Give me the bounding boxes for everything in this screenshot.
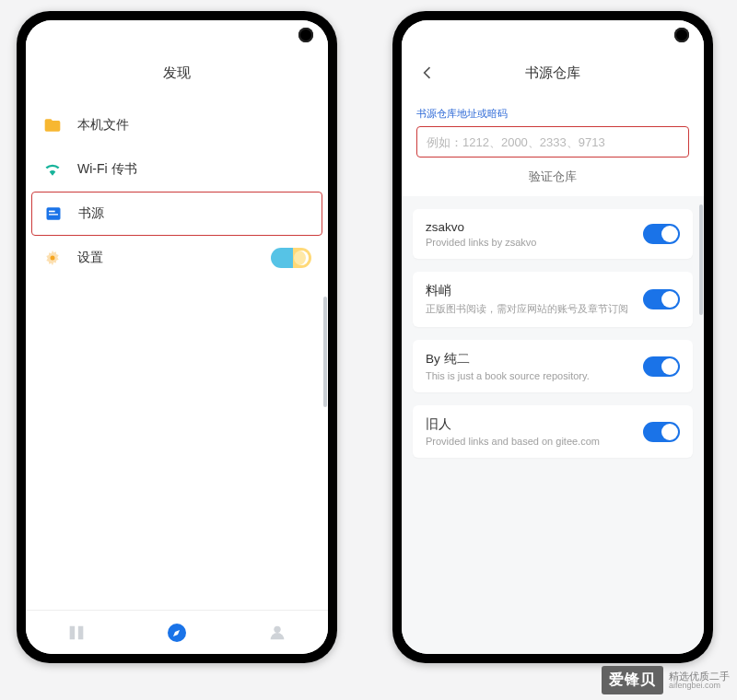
repo-toggle[interactable] <box>643 422 680 442</box>
card-text: 料峭 正版图书阅读，需对应网站的账号及章节订阅 <box>426 283 643 316</box>
phone-right: 书源仓库 书源仓库地址或暗码 验证仓库 zsakvo Provided link… <box>392 11 713 663</box>
repo-input-label: 书源仓库地址或暗码 <box>416 107 689 121</box>
svg-point-5 <box>275 625 281 632</box>
row-label: 设置 <box>77 250 271 266</box>
row-label: 书源 <box>78 205 310 222</box>
chevron-left-icon <box>418 64 437 82</box>
scroll-indicator <box>323 297 327 407</box>
row-label: Wi-Fi 传书 <box>77 161 311 178</box>
screen-right: 书源仓库 书源仓库地址或暗码 验证仓库 zsakvo Provided link… <box>402 20 704 654</box>
phone-left: 发现 本机文件 Wi-Fi 传书 <box>17 11 337 663</box>
card-subtitle: Provided links by zsakvo <box>426 237 643 248</box>
card-text: zsakvo Provided links by zsakvo <box>426 220 643 248</box>
back-button[interactable] <box>413 52 442 94</box>
screen-left: 发现 本机文件 Wi-Fi 传书 <box>26 20 328 654</box>
nav-discover-icon[interactable] <box>165 621 189 645</box>
card-title: By 纯二 <box>426 351 643 368</box>
svg-rect-2 <box>49 214 58 216</box>
title-bar: 发现 <box>26 52 328 94</box>
card-title: 旧人 <box>426 416 643 433</box>
front-camera <box>674 28 689 42</box>
repo-input[interactable] <box>416 126 689 158</box>
watermark-line2: aifengbei.com <box>669 682 730 691</box>
row-book-source[interactable]: 书源 <box>31 192 322 236</box>
bottom-nav <box>26 610 328 654</box>
card-subtitle: 正版图书阅读，需对应网站的账号及章节订阅 <box>426 302 643 316</box>
repo-toggle[interactable] <box>643 289 680 309</box>
row-label: 本机文件 <box>77 117 311 134</box>
row-wifi-transfer[interactable]: Wi-Fi 传书 <box>26 147 328 192</box>
repo-card-chuner[interactable]: By 纯二 This is just a book source reposit… <box>413 340 693 392</box>
page-title: 书源仓库 <box>525 64 580 82</box>
watermark: 爱锋贝 精选优质二手 aifengbei.com <box>602 666 730 694</box>
card-subtitle: This is just a book source repository. <box>426 370 643 381</box>
scroll-indicator <box>699 204 703 315</box>
repo-card-liaoqiao[interactable]: 料峭 正版图书阅读，需对应网站的账号及章节订阅 <box>413 272 693 327</box>
card-title: 料峭 <box>426 283 643 299</box>
watermark-brand: 爱锋贝 <box>602 666 663 694</box>
card-text: By 纯二 This is just a book source reposit… <box>426 351 643 381</box>
watermark-text: 精选优质二手 aifengbei.com <box>669 671 730 691</box>
wifi-icon <box>42 159 63 180</box>
card-title: zsakvo <box>426 220 643 234</box>
status-bar <box>26 20 328 52</box>
front-camera <box>298 28 313 42</box>
page-title: 发现 <box>163 64 191 82</box>
nav-library-icon[interactable] <box>64 621 88 645</box>
repo-content: 书源仓库地址或暗码 验证仓库 zsakvo Provided links by … <box>402 94 704 654</box>
row-settings[interactable]: 设置 <box>26 236 328 280</box>
theme-toggle[interactable] <box>271 248 311 268</box>
repo-form: 书源仓库地址或暗码 验证仓库 <box>402 94 704 196</box>
card-subtitle: Provided links and based on gitee.com <box>426 436 643 447</box>
card-text: 旧人 Provided links and based on gitee.com <box>426 416 643 447</box>
repo-toggle[interactable] <box>643 224 680 244</box>
discover-list: 本机文件 Wi-Fi 传书 书源 <box>26 94 328 610</box>
folder-icon <box>42 115 63 135</box>
verify-button[interactable]: 验证仓库 <box>416 158 689 187</box>
watermark-line1: 精选优质二手 <box>669 671 730 682</box>
status-bar <box>402 20 704 52</box>
row-local-files[interactable]: 本机文件 <box>26 103 328 147</box>
nav-profile-icon[interactable] <box>265 621 289 645</box>
repo-toggle[interactable] <box>643 356 680 377</box>
repo-card-jiuren[interactable]: 旧人 Provided links and based on gitee.com <box>413 405 693 458</box>
title-bar: 书源仓库 <box>402 52 704 94</box>
repo-card-zsakvo[interactable]: zsakvo Provided links by zsakvo <box>413 209 693 259</box>
source-icon <box>43 204 64 224</box>
svg-rect-1 <box>49 211 55 213</box>
gear-icon <box>42 248 63 268</box>
